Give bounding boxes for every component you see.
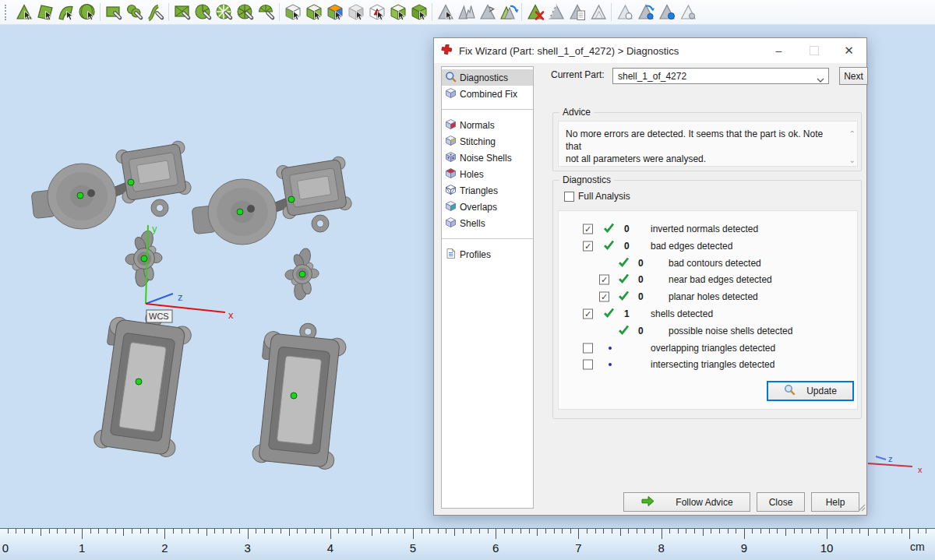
ruler-tick [662, 529, 662, 539]
part-marker-dot [291, 393, 297, 399]
ruler-tick [785, 529, 786, 536]
svg-text:WCS: WCS [149, 312, 169, 321]
ruler-tick [570, 529, 571, 534]
nav-item-triangles[interactable]: Triangles [442, 182, 533, 199]
select-half-wheel-icon[interactable] [256, 2, 277, 23]
part-mesh-watch[interactable] [31, 140, 192, 229]
nav-item-profiles[interactable]: Profiles [442, 246, 533, 262]
nav-item-stitching[interactable]: Stitching [442, 133, 533, 150]
split-triangles-icon[interactable] [456, 2, 477, 23]
nav-item-overlaps[interactable]: Overlaps [442, 199, 533, 215]
nav-item-normals[interactable]: Normals [442, 117, 533, 133]
diagnostic-checkbox[interactable]: ✓ [583, 224, 593, 234]
select-wheel-icon[interactable] [235, 2, 256, 23]
select-cube-icon[interactable] [303, 2, 324, 23]
diagnostic-checkbox[interactable]: ✓ [583, 241, 593, 251]
update-button[interactable]: Update [767, 381, 854, 401]
wcs-axis-z: z [146, 291, 183, 304]
scroll-down-icon[interactable]: ⌄ [849, 157, 856, 164]
triangle-dashed-edge-icon[interactable] [545, 2, 566, 23]
diagnostic-row: ✓1shells detected [559, 305, 857, 322]
select-plane-icon[interactable] [34, 2, 55, 23]
ruler-tick [769, 529, 770, 534]
flip-triangle-icon[interactable] [477, 2, 498, 23]
select-pie-section-icon[interactable] [192, 2, 213, 23]
sync-triangle-points-icon[interactable] [635, 2, 656, 23]
nav-item-holes[interactable]: Holes [442, 166, 533, 182]
ruler-number: 2 [161, 541, 168, 555]
follow-advice-button[interactable]: Follow Advice [623, 492, 750, 512]
diagnostic-checkbox[interactable] [583, 360, 593, 370]
advice-title: Advice [559, 107, 594, 118]
minimize-button[interactable]: – [761, 38, 796, 63]
nav-item-shells[interactable]: Shells [442, 215, 533, 231]
copy-triangles-icon[interactable] [566, 2, 587, 23]
select-curved-surface-icon[interactable] [55, 2, 76, 23]
ruler-tick [909, 529, 910, 539]
marquee-select-icon[interactable] [103, 2, 124, 23]
triangle-outline-point-icon[interactable] [677, 2, 698, 23]
select-cube-disabled-icon[interactable] [345, 2, 366, 23]
current-part-dropdown[interactable]: shell_1_of_4272 [612, 68, 829, 84]
nav-item-diagnostics[interactable]: Diagnostics [442, 69, 533, 86]
select-cube-face-icon[interactable] [282, 2, 303, 23]
magnifier-icon [784, 384, 796, 398]
dialog-titlebar[interactable]: Fix Wizard (Part: shell_1_of_4272) > Dia… [434, 38, 866, 63]
diagnostic-checkbox[interactable]: ✓ [599, 275, 609, 285]
diagnostic-count: 0 [638, 258, 644, 269]
diagnostic-checkbox[interactable]: ✓ [583, 309, 593, 319]
pending-dot-icon [609, 347, 612, 350]
delete-marked-triangles-icon[interactable] [524, 2, 545, 23]
diagnostic-row: intersecting triangles detected [559, 356, 857, 373]
next-button[interactable]: Next [839, 67, 868, 85]
ruler: 012345678910 cm [0, 528, 935, 560]
resize-grip[interactable] [857, 503, 866, 514]
preview-triangle-icon[interactable] [614, 2, 635, 23]
scroll-up-icon[interactable]: ⌃ [849, 130, 856, 138]
part-mesh-pendant[interactable] [93, 305, 194, 458]
select-cube-marked-icon[interactable] [366, 2, 387, 23]
select-cube-shell-icon[interactable] [387, 2, 408, 23]
diagnostic-checkbox[interactable]: ✓ [599, 292, 609, 302]
close-button[interactable]: ✕ [831, 38, 866, 63]
nav-item-noise-shells[interactable]: Noise Shells [442, 150, 533, 166]
ruler-tick [496, 529, 496, 539]
refresh-triangles-icon[interactable] [498, 2, 519, 23]
select-cube-solid-icon[interactable] [408, 2, 429, 23]
select-curve-icon[interactable] [145, 2, 166, 23]
ruler-tick [206, 529, 207, 536]
diagnostic-checkbox[interactable] [583, 343, 593, 353]
select-cube-colored-icon[interactable] [324, 2, 345, 23]
ruler-tick [297, 529, 298, 534]
toolbar-grip[interactable] [5, 5, 9, 20]
window-select-triangles-icon[interactable] [171, 2, 192, 23]
select-burst-icon[interactable] [213, 2, 235, 23]
ruler-tick [479, 529, 480, 534]
diagnostic-label: possible noise shells detected [669, 326, 792, 336]
check-icon [618, 273, 630, 286]
ruler-tick [529, 529, 530, 534]
ruler-number: 9 [741, 541, 747, 555]
triangle-point-icon[interactable] [656, 2, 677, 23]
ruler-tick [123, 529, 124, 536]
select-connected-icon[interactable] [124, 2, 145, 23]
help-button[interactable]: Help [811, 492, 859, 512]
part-mesh-pendant[interactable] [251, 319, 348, 470]
nav-item-combined-fix[interactable]: Combined Fix [442, 86, 533, 102]
close-dialog-button[interactable]: Close [757, 492, 805, 512]
ruler-tick [182, 529, 182, 534]
diagnostic-row: ✓0near bad edges detected [559, 271, 857, 288]
ruler-number: 8 [658, 541, 664, 555]
ruler-tick [852, 529, 852, 534]
ruler-tick [877, 529, 877, 534]
cube-plain-icon [445, 87, 457, 101]
part-mesh-watch[interactable] [192, 156, 352, 245]
nav-item-label: Combined Fix [460, 89, 517, 100]
ruler-tick [843, 529, 844, 534]
full-analysis-checkbox[interactable] [564, 192, 574, 202]
select-sphere-surface-icon[interactable] [76, 2, 97, 23]
select-triangle-gray-icon[interactable] [435, 2, 456, 23]
select-triangles-icon[interactable] [13, 2, 34, 23]
triangle-wireframe-icon[interactable] [587, 2, 609, 23]
cube-wire-icon [445, 184, 457, 198]
